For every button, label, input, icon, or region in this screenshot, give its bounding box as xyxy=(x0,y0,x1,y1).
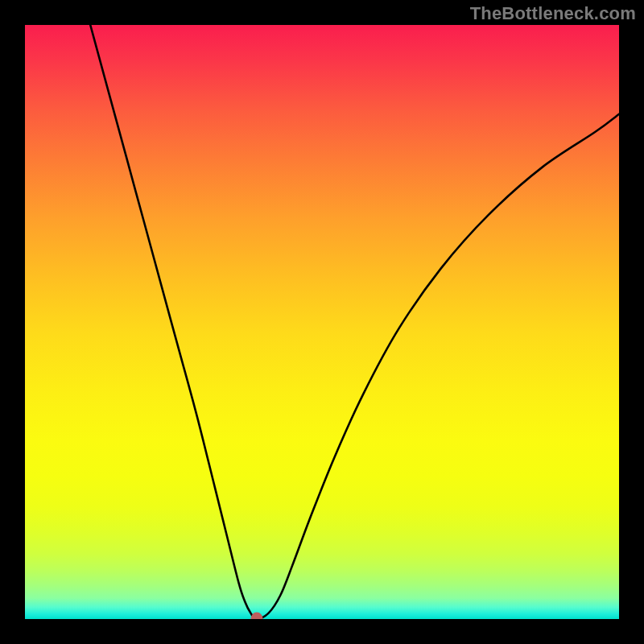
gradient-background xyxy=(25,25,619,619)
attribution-text: TheBottleneck.com xyxy=(470,3,636,24)
plot-area xyxy=(25,25,619,619)
chart-frame: TheBottleneck.com xyxy=(0,0,644,644)
